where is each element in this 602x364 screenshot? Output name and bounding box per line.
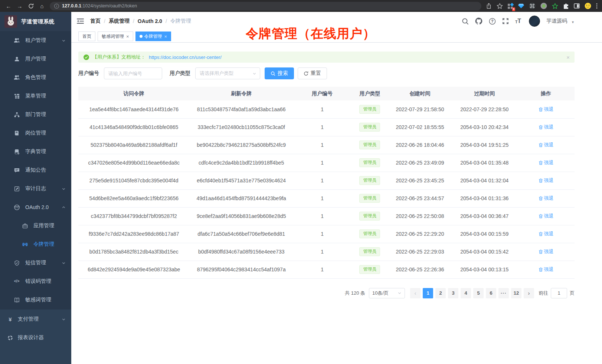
force-logout-button[interactable]: 强退 [539, 106, 554, 113]
collapse-sidebar-icon[interactable] [77, 18, 84, 24]
sidebar-item-pay[interactable]: ¥支付管理 [0, 310, 71, 328]
trash-icon [539, 143, 543, 147]
puzzle-icon[interactable] [563, 3, 569, 9]
user-menu-caret-icon[interactable]: ▼ [571, 18, 575, 24]
sidebar-item-oauth2[interactable]: OAuth 2.0 [0, 198, 71, 216]
alert-doc-link[interactable]: https://doc.iocoder.cn/user-center/ [149, 54, 222, 60]
help-icon[interactable]: ? [489, 18, 496, 25]
alert-close-icon[interactable]: × [566, 54, 570, 60]
force-logout-button[interactable]: 强退 [539, 266, 554, 273]
page-button-4[interactable]: 4 [461, 288, 471, 298]
home-icon[interactable]: ⌂ [37, 1, 47, 11]
reload-icon[interactable] [26, 1, 36, 11]
force-logout-label: 强退 [544, 213, 554, 219]
app-logo[interactable]: 芋道管理系统 [0, 12, 71, 31]
search-icon[interactable] [462, 18, 469, 25]
page-size-select[interactable]: 10条/页 [369, 288, 405, 298]
sidebar-item-notice[interactable]: 通知公告 [0, 161, 71, 179]
sidebar-item-label: 角色管理 [25, 74, 46, 81]
next-page-button[interactable]: › [524, 288, 534, 298]
col-header-expire-time: 过期时间 [451, 87, 517, 100]
record-circle-icon[interactable] [540, 3, 547, 9]
more-pages-button[interactable]: ··· [498, 288, 509, 298]
force-logout-button[interactable]: 强退 [539, 248, 554, 255]
kebab-icon[interactable] [596, 3, 598, 9]
cell-created-time: 2022-06-25 22:50:08 [389, 207, 452, 225]
goto-page-input[interactable] [551, 288, 567, 298]
green-star-icon[interactable] [552, 3, 558, 9]
sidebar-item-report[interactable]: 报表设计器 [0, 328, 71, 347]
tab-close-icon[interactable]: × [164, 34, 167, 39]
force-logout-button[interactable]: 强退 [539, 142, 554, 148]
tab-2[interactable]: 令牌管理× [135, 32, 171, 41]
post-icon [13, 130, 20, 136]
chevron-down-icon [62, 317, 66, 321]
sidebar-item-oauth2-app[interactable]: 应用管理 [0, 216, 71, 235]
sidebar-item-tenant[interactable]: 租户管理 [0, 31, 71, 50]
cell-refresh-token: b0df4980ffd34c67a08f9156e4eee733 [189, 243, 293, 261]
page-button-2[interactable]: 2 [435, 288, 446, 298]
sidebar-item-errcode[interactable]: </>错误码管理 [0, 272, 71, 291]
star-icon[interactable] [497, 3, 503, 9]
user-type-select[interactable]: 请选择用户类型 [195, 67, 260, 79]
gem-icon[interactable] [518, 3, 524, 9]
cell-access-token: c342377bf8b344799dcbf7bf095287f2 [78, 207, 189, 225]
github-icon[interactable] [475, 17, 482, 25]
username[interactable]: 芋道源码 [546, 18, 567, 24]
tab-close-icon[interactable]: × [126, 34, 129, 39]
forward-icon[interactable]: → [15, 1, 24, 11]
page-button-1[interactable]: 1 [423, 288, 433, 298]
sidebar-item-post[interactable]: 岗位管理 [0, 124, 71, 142]
user-avatar[interactable] [529, 16, 540, 27]
sidebar-item-sensitive[interactable]: 敏感词管理 [0, 291, 71, 309]
sidebar-item-label: 报表设计器 [18, 334, 44, 341]
sidebar-item-user[interactable]: 用户管理 [0, 50, 71, 68]
command-circle-icon[interactable] [529, 3, 536, 9]
page-button-5[interactable]: 5 [473, 288, 484, 298]
sidebar-menu-lower: ¥支付管理报表设计器 [0, 310, 71, 364]
sidebar-item-dept[interactable]: 部门管理 [0, 105, 71, 124]
sidebar-item-audit[interactable]: 审计日志 [0, 179, 71, 198]
sidebar-item-role[interactable]: 角色管理 [0, 68, 71, 87]
force-logout-button[interactable]: 强退 [539, 124, 554, 130]
breadcrumb-item[interactable]: OAuth 2.0 [138, 18, 162, 24]
chevron-up-icon [62, 205, 66, 209]
sidebar-item-menu[interactable]: 菜单管理 [0, 87, 71, 105]
breadcrumb-item[interactable]: 首页 [90, 18, 101, 24]
sidebar-item-sms[interactable]: 短信管理 [0, 254, 71, 272]
force-logout-button[interactable]: 强退 [539, 231, 554, 237]
sidebar-item-oauth2-token[interactable]: ((A))令牌管理 [0, 235, 71, 254]
pagination: 共 120 条 10条/页 ‹123456···12› 前往 页 [78, 288, 575, 298]
font-size-icon[interactable]: TT [515, 18, 521, 24]
fullscreen-icon[interactable] [502, 18, 509, 24]
force-logout-button[interactable]: 强退 [539, 159, 554, 166]
sidebar-item-dict[interactable]: 字典管理 [0, 142, 71, 161]
tab-0[interactable]: 首页 [78, 32, 95, 41]
force-logout-button[interactable]: 强退 [539, 177, 554, 184]
extensions-icon[interactable]: 9 [508, 3, 513, 9]
force-logout-button[interactable]: 强退 [539, 195, 554, 202]
force-logout-button[interactable]: 强退 [539, 213, 554, 219]
site-info-icon[interactable]: i [54, 4, 59, 9]
sms-icon [13, 260, 20, 266]
page-button-3[interactable]: 3 [448, 288, 458, 298]
back-icon[interactable]: ← [4, 1, 13, 11]
cell-expire-time: 2054-03-04 00:15:42 [451, 243, 517, 261]
page-button-6[interactable]: 6 [486, 288, 496, 298]
table-row: 502375b8040a469a9b82188afdf6af1fbe90422b… [78, 136, 575, 154]
cell-user-type: 管理员 [351, 189, 388, 207]
breadcrumb-item[interactable]: 系统管理 [109, 18, 130, 24]
cell-user-id: 1 [293, 154, 351, 172]
reset-button[interactable]: 重置 [298, 67, 327, 79]
cell-user-type: 管理员 [351, 261, 388, 278]
prev-page-button[interactable]: ‹ [410, 288, 421, 298]
page-button-12[interactable]: 12 [511, 288, 521, 298]
search-button[interactable]: 搜索 [265, 67, 294, 79]
emoji-icon[interactable] [585, 3, 591, 9]
cell-user-type: 管理员 [351, 207, 388, 225]
split-screen-icon[interactable] [574, 3, 580, 9]
address-bar[interactable]: i 127.0.0.1:1024/system/oauth2/token [50, 2, 481, 10]
share-icon[interactable] [486, 3, 492, 9]
tab-1[interactable]: 敏感词管理× [98, 32, 133, 41]
user-id-input[interactable] [104, 67, 162, 79]
